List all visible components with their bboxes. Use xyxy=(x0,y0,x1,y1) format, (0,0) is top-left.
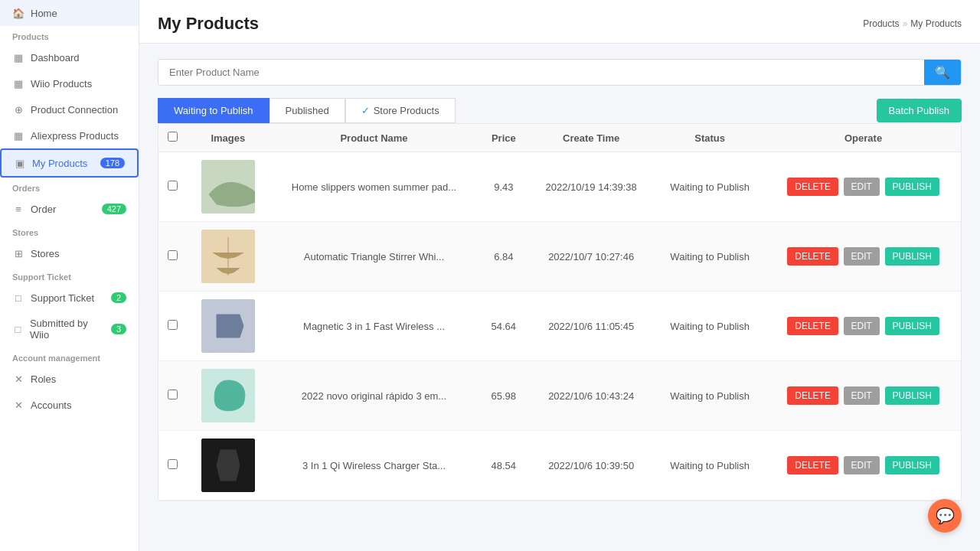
sidebar-item-order[interactable]: ≡ Order 427 xyxy=(0,196,139,222)
sidebar-item-product-connection[interactable]: ⊕ Product Connection xyxy=(0,96,139,122)
row-create-time: 2022/10/19 14:39:38 xyxy=(528,152,654,222)
table-row: 2022 novo original rápido 3 em... 65.98 … xyxy=(158,361,961,431)
edit-button-4[interactable]: EDIT xyxy=(844,386,880,405)
row-operate-cell: DELETE EDIT PUBLISH xyxy=(766,222,961,292)
row-product-name: Automatic Triangle Stirrer Whi... xyxy=(270,222,479,292)
row-operate-cell: DELETE EDIT PUBLISH xyxy=(766,361,961,431)
col-status: Status xyxy=(654,124,766,152)
row-checkbox-cell xyxy=(158,361,187,431)
search-bar: 🔍 xyxy=(158,59,962,86)
chat-button[interactable]: 💬 xyxy=(928,499,962,533)
tab-waiting-publish[interactable]: Waiting to Publish xyxy=(158,98,270,123)
publish-button-3[interactable]: PUBLISH xyxy=(885,317,939,335)
col-checkbox xyxy=(158,124,187,152)
delete-button-1[interactable]: DELETE xyxy=(787,178,838,196)
aliexpress-icon: ▦ xyxy=(12,129,24,142)
batch-publish-button[interactable]: Batch Publish xyxy=(877,99,962,122)
search-input[interactable] xyxy=(158,60,924,85)
delete-button-3[interactable]: DELETE xyxy=(787,317,838,335)
col-product-name: Product Name xyxy=(270,124,479,152)
search-button[interactable]: 🔍 xyxy=(924,60,961,85)
order-icon: ≡ xyxy=(12,203,24,215)
publish-button-2[interactable]: PUBLISH xyxy=(885,247,939,266)
edit-button-5[interactable]: EDIT xyxy=(844,456,880,474)
row-checkbox-4[interactable] xyxy=(168,390,178,399)
products-table: Images Product Name Price Create Time St… xyxy=(158,124,961,500)
sidebar-item-wiio-products[interactable]: ▦ Wiio Products xyxy=(0,70,139,96)
row-status: Waiting to Publish xyxy=(654,292,766,361)
sidebar-item-accounts[interactable]: ✕ Accounts xyxy=(0,392,139,418)
table-row: Automatic Triangle Stirrer Whi... 6.84 2… xyxy=(158,222,961,292)
edit-button-3[interactable]: EDIT xyxy=(844,317,880,335)
row-price: 6.84 xyxy=(479,222,528,292)
sidebar-item-roles[interactable]: ✕ Roles xyxy=(0,366,139,392)
row-checkbox-1[interactable] xyxy=(168,181,178,191)
delete-button-5[interactable]: DELETE xyxy=(787,456,838,474)
row-create-time: 2022/10/7 10:27:46 xyxy=(528,222,654,292)
submitted-icon: □ xyxy=(12,323,24,335)
col-create-time: Create Time xyxy=(528,124,654,152)
sidebar-section-orders: Orders xyxy=(0,178,139,196)
content-area: 🔍 Waiting to Publish Published ✓ Store P… xyxy=(139,44,980,551)
row-status: Waiting to Publish xyxy=(654,222,766,292)
breadcrumb: Products » My Products xyxy=(863,18,962,29)
sidebar-section-account: Account management xyxy=(0,347,139,366)
edit-button-1[interactable]: EDIT xyxy=(844,178,880,196)
wiio-icon: ▦ xyxy=(12,77,24,90)
row-price: 65.98 xyxy=(479,361,528,431)
sidebar-item-submitted-by[interactable]: □ Submitted by Wiio 3 xyxy=(0,311,139,347)
row-checkbox-5[interactable] xyxy=(168,459,178,469)
order-badge: 427 xyxy=(102,204,126,214)
row-operate-cell: DELETE EDIT PUBLISH xyxy=(766,431,961,500)
row-create-time: 2022/10/6 10:39:50 xyxy=(528,431,654,500)
breadcrumb-parent: Products xyxy=(863,18,899,29)
publish-button-5[interactable]: PUBLISH xyxy=(885,456,939,474)
edit-button-2[interactable]: EDIT xyxy=(844,247,880,266)
col-operate: Operate xyxy=(766,124,961,152)
stores-icon: ⊞ xyxy=(12,247,24,259)
main-content: My Products Products » My Products 🔍 Wai… xyxy=(139,0,980,551)
sidebar-item-aliexpress[interactable]: ▦ Aliexpress Products xyxy=(0,122,139,148)
products-table-wrapper: Images Product Name Price Create Time St… xyxy=(158,123,962,501)
tab-store-products[interactable]: ✓ Store Products xyxy=(345,98,456,123)
submitted-badge: 3 xyxy=(111,324,126,334)
row-product-name: Magnetic 3 in 1 Fast Wireless ... xyxy=(270,292,479,361)
row-checkbox-2[interactable] xyxy=(168,250,178,260)
row-price: 9.43 xyxy=(479,152,528,222)
sidebar-item-my-products[interactable]: ▣ My Products 178 xyxy=(0,148,139,178)
row-checkbox-cell xyxy=(158,152,187,222)
col-images: Images xyxy=(187,124,270,152)
table-row: 3 In 1 Qi Wireless Charger Sta... 48.54 … xyxy=(158,431,961,500)
publish-button-1[interactable]: PUBLISH xyxy=(885,178,939,196)
delete-button-4[interactable]: DELETE xyxy=(787,386,838,405)
roles-icon: ✕ xyxy=(12,373,24,385)
breadcrumb-current: My Products xyxy=(910,18,962,29)
breadcrumb-separator: » xyxy=(903,18,908,29)
row-status: Waiting to Publish xyxy=(654,152,766,222)
support-icon: □ xyxy=(12,292,24,304)
row-checkbox-3[interactable] xyxy=(168,320,178,330)
row-status: Waiting to Publish xyxy=(654,431,766,500)
row-create-time: 2022/10/6 11:05:45 xyxy=(528,292,654,361)
publish-button-4[interactable]: PUBLISH xyxy=(885,386,939,405)
delete-button-2[interactable]: DELETE xyxy=(787,247,838,266)
select-all-checkbox[interactable] xyxy=(168,132,178,142)
home-icon: 🏠 xyxy=(12,7,24,19)
tab-published[interactable]: Published xyxy=(270,98,345,123)
dashboard-icon: ▦ xyxy=(12,51,24,64)
row-price: 54.64 xyxy=(479,292,528,361)
row-operate-cell: DELETE EDIT PUBLISH xyxy=(766,292,961,361)
table-row: Home slippers women summer pad... 9.43 2… xyxy=(158,152,961,222)
sidebar-item-dashboard[interactable]: ▦ Dashboard xyxy=(0,44,139,70)
search-icon: 🔍 xyxy=(935,66,950,79)
chat-icon: 💬 xyxy=(936,507,955,525)
row-image-cell xyxy=(187,222,270,292)
sidebar: 🏠 Home Products ▦ Dashboard ▦ Wiio Produ… xyxy=(0,0,139,551)
sidebar-item-home[interactable]: 🏠 Home xyxy=(0,0,139,26)
row-product-name: Home slippers women summer pad... xyxy=(270,152,479,222)
accounts-icon: ✕ xyxy=(12,399,24,411)
sidebar-item-stores[interactable]: ⊞ Stores xyxy=(0,240,139,266)
row-operate-cell: DELETE EDIT PUBLISH xyxy=(766,152,961,222)
page-title: My Products xyxy=(158,14,259,34)
sidebar-item-support-ticket[interactable]: □ Support Ticket 2 xyxy=(0,285,139,311)
